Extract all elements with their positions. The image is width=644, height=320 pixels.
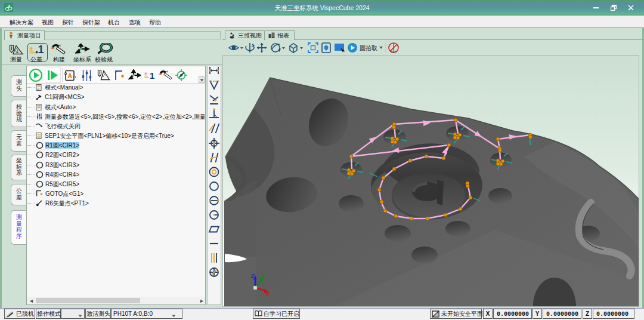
svg-text:±: ± — [144, 71, 148, 78]
svg-text:Z: Z — [250, 273, 255, 279]
svg-text:圆拾取: 圆拾取 — [360, 45, 377, 51]
svg-text:±: ± — [29, 45, 33, 53]
svg-text:X: X — [265, 291, 270, 297]
svg-text:Y: Y — [261, 273, 265, 279]
svg-text:A: A — [67, 72, 72, 79]
svg-text:1: 1 — [38, 44, 44, 56]
svg-text:1: 1 — [150, 70, 154, 81]
